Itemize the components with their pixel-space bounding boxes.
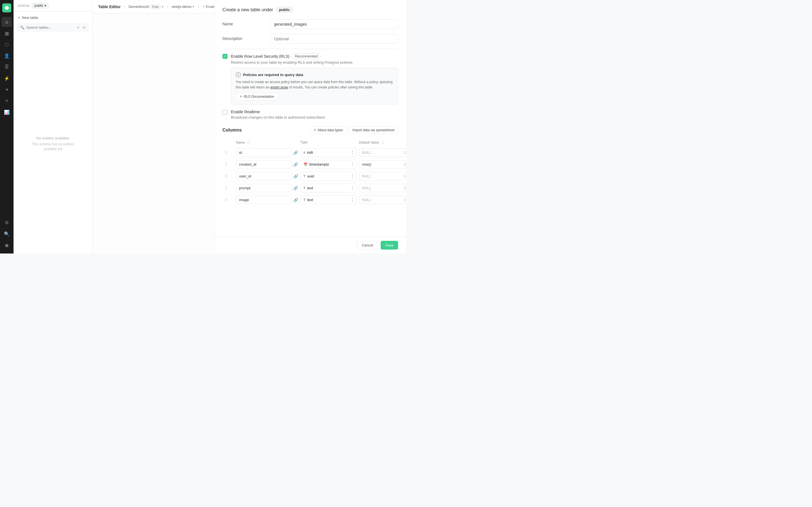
empty-array-link[interactable]: empty array	[270, 86, 288, 89]
type-stepper[interactable]: ▲ ▼	[351, 186, 354, 190]
columns-actions: ↗ About data types Import data via sprea…	[310, 126, 398, 134]
column-name-input[interactable]	[236, 172, 292, 180]
sidebar-icon-functions[interactable]: ⚡	[2, 73, 12, 83]
column-name-input[interactable]	[236, 184, 292, 192]
type-value: timestamptz	[309, 162, 329, 166]
default-value-input[interactable]: NULL ⊟	[359, 172, 406, 180]
link-icon[interactable]: 🔗	[293, 151, 298, 155]
rls-documentation-button[interactable]: ↗ RLS Documentation	[236, 93, 278, 100]
column-name-input[interactable]	[236, 160, 292, 168]
link-icon[interactable]: 🔗	[293, 198, 298, 202]
schema-selector[interactable]: schema: public ▾	[13, 0, 92, 11]
rls-info-box: i Policies are required to query data Yo…	[231, 68, 398, 105]
modal-schema-badge: public	[276, 7, 293, 13]
type-selector[interactable]: # int8 ▲ ▼	[300, 148, 357, 157]
recommended-badge: Recommended	[292, 54, 321, 59]
columns-header: Columns ↗ About data types Import data v…	[222, 126, 398, 134]
repo-badge: nextjs-demo ▾	[171, 4, 195, 9]
info-title-row: i Policies are required to query data	[236, 72, 393, 77]
modal-title-row: Create a new table under public	[222, 7, 398, 13]
filter-icon[interactable]: ⊟	[83, 25, 86, 30]
link-icon[interactable]: 🔗	[293, 174, 298, 179]
drag-handle[interactable]: ⠿	[225, 174, 234, 179]
drag-handle[interactable]: ⠿	[225, 151, 234, 155]
type-value: text	[307, 198, 313, 202]
search-bar[interactable]: 🔍 ✕ ⊟	[17, 24, 88, 31]
type-selector[interactable]: T text ▲ ▼	[300, 195, 357, 204]
about-data-types-button[interactable]: ↗ About data types	[310, 126, 347, 134]
realtime-row: Enable Realtime Broadcast changes on thi…	[222, 110, 398, 119]
modal-footer: Cancel Save	[214, 237, 406, 253]
repo-chevron-icon[interactable]: ▾	[193, 4, 195, 9]
description-field-row: Description	[222, 34, 398, 44]
sidebar-icon-table[interactable]: ▦	[2, 28, 12, 38]
save-button[interactable]: Save	[380, 241, 398, 249]
default-value-input[interactable]: now() ⊟	[359, 160, 406, 168]
project-name: ServerlessAI	[128, 4, 149, 9]
rls-label: Enable Row Level Security (RLS)	[231, 54, 290, 59]
table-description-input[interactable]	[270, 34, 398, 44]
project-chevron-icon[interactable]: ▾	[162, 4, 164, 9]
type-selector[interactable]: 📅 timestamptz ▲ ▼	[300, 160, 357, 169]
repo-name: nextjs-demo	[171, 4, 192, 9]
link-icon[interactable]: 🔗	[293, 162, 298, 167]
type-stepper[interactable]: ▲ ▼	[351, 174, 354, 179]
sidebar-icon-home[interactable]: ⌂	[2, 17, 12, 27]
col-header-name: Name ⓘ	[236, 140, 298, 145]
type-selector[interactable]: T uuid ▲ ▼	[300, 172, 357, 180]
column-name-input[interactable]	[236, 196, 292, 204]
column-table-header: Name ⓘ Type Default Value ⓘ Primary	[222, 138, 398, 147]
schema-value[interactable]: public ▾	[32, 3, 49, 8]
sidebar-icon-storage[interactable]: 🗄	[2, 62, 12, 72]
external-link-icon: ↗	[239, 95, 242, 99]
left-panel: schema: public ▾ + New table 🔍 ✕ ⊟ No en…	[13, 0, 93, 253]
check-icon: ✓	[223, 54, 226, 58]
type-value: int8	[307, 151, 313, 155]
realtime-checkbox[interactable]	[222, 110, 227, 115]
type-selector[interactable]: T text ▲ ▼	[300, 184, 357, 192]
name-label: Name	[222, 19, 265, 26]
sidebar-icon-search[interactable]: 🔍	[2, 229, 12, 239]
sidebar-icon-settings[interactable]: ⚙	[2, 217, 12, 228]
sidebar-icon-auth[interactable]: 👤	[2, 51, 12, 61]
clear-search-icon[interactable]: ✕	[77, 25, 80, 30]
sidebar-icon-ai[interactable]: ✦	[2, 84, 12, 95]
sidebar-icon-schema[interactable]: ⬡	[2, 40, 12, 50]
table-row: ⠿ 🔗 T text ▲ ▼ NULL	[222, 182, 398, 194]
app-logo	[2, 3, 11, 12]
realtime-content: Enable Realtime Broadcast changes on thi…	[231, 110, 325, 119]
default-value-input[interactable]: NULL ⊟	[359, 184, 406, 192]
table-name-input[interactable]	[270, 19, 398, 29]
realtime-description: Broadcast changes on this table to autho…	[231, 115, 325, 119]
schema-name: public	[35, 4, 43, 8]
rls-checkbox[interactable]: ✓	[222, 54, 227, 59]
import-spreadsheet-button[interactable]: Import data via spreadsheet	[349, 126, 398, 134]
search-input[interactable]	[26, 25, 75, 30]
modal-title-text: Create a new table under	[222, 7, 273, 12]
rls-section: ✓ Enable Row Level Security (RLS) Recomm…	[222, 54, 398, 105]
plus-icon: +	[18, 15, 20, 20]
column-name-input[interactable]	[236, 149, 292, 157]
page-title: Table Editor	[98, 4, 121, 9]
type-value: uuid	[307, 174, 314, 178]
chevron-down-icon: ▾	[45, 4, 46, 8]
info-text: You need to create an access policy befo…	[236, 79, 393, 90]
new-table-button[interactable]: + New table	[17, 14, 88, 21]
type-stepper[interactable]: ▲ ▼	[351, 198, 354, 202]
cancel-button[interactable]: Cancel	[357, 241, 378, 249]
default-value-input[interactable]: NULL ⊟	[359, 149, 406, 157]
type-stepper[interactable]: ▲ ▼	[351, 150, 354, 155]
type-stepper[interactable]: ▲ ▼	[351, 162, 354, 167]
schema-label: schema:	[17, 4, 30, 8]
drag-handle[interactable]: ⠿	[225, 162, 234, 167]
link-icon[interactable]: 🔗	[293, 186, 298, 190]
drag-handle[interactable]: ⠿	[225, 186, 234, 190]
sidebar-icon-account[interactable]: ◉	[2, 240, 12, 250]
default-value-input[interactable]: NULL ⊟	[359, 196, 406, 204]
default-expand-icon: ⊟	[403, 186, 406, 190]
sidebar-icon-logs[interactable]: ≡	[2, 96, 12, 106]
empty-state: No entities available This schema has no…	[13, 34, 92, 253]
drag-handle[interactable]: ⠿	[225, 198, 234, 202]
default-expand-icon: ⊟	[403, 151, 406, 155]
sidebar-icon-reports[interactable]: 📊	[2, 107, 12, 117]
